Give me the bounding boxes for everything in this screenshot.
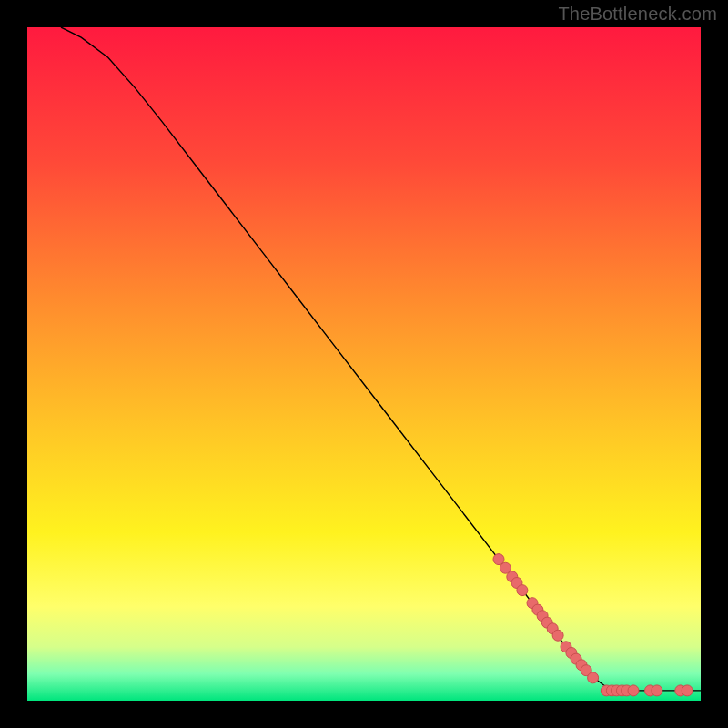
chart-marker bbox=[628, 685, 639, 696]
watermark-text: TheBottleneck.com bbox=[558, 4, 717, 25]
chart-marker bbox=[517, 585, 528, 596]
chart-plot-area bbox=[27, 27, 701, 701]
chart-marker bbox=[652, 685, 662, 696]
chart-marker bbox=[552, 630, 563, 641]
chart-svg bbox=[27, 27, 701, 701]
chart-marker bbox=[682, 685, 693, 696]
chart-background bbox=[27, 27, 701, 701]
chart-marker bbox=[588, 672, 599, 683]
